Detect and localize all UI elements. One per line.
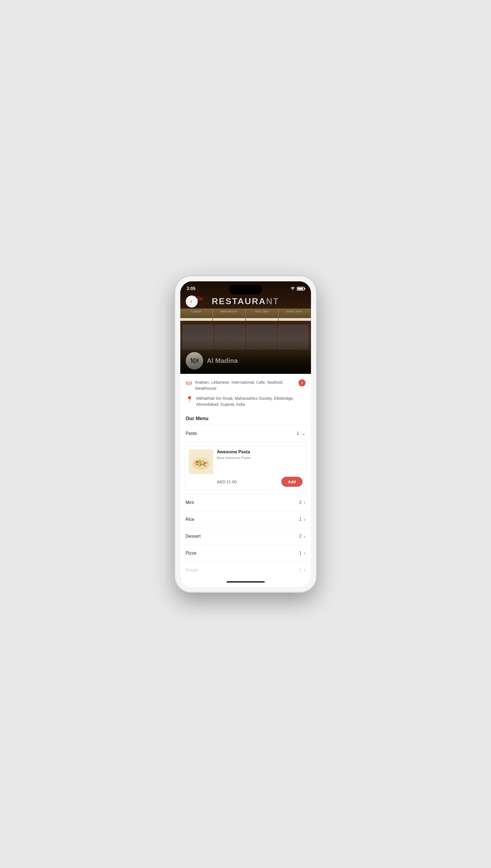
cuisine-text: Arabian, Lebanese, International, Cafe, … (195, 379, 295, 392)
add-to-cart-button[interactable]: Add (281, 477, 302, 487)
info-button[interactable]: i (298, 379, 306, 386)
hero-section: RESTAURANT Al Alin LUNCH BREAKFAST (180, 281, 311, 374)
home-indicator (180, 579, 311, 587)
dessert-chevron-icon: › (304, 534, 306, 539)
cuisine-row: 🍽 Arabian, Lebanese, International, Cafe… (186, 379, 306, 392)
home-bar (227, 581, 265, 583)
dessert-category-row[interactable]: Dessert 2 › (180, 528, 311, 545)
pizza-count: 1 (299, 551, 302, 556)
rice-category-name: Rice (186, 517, 195, 522)
item-bottom-row: AED 21.00 Add (189, 477, 302, 487)
status-icons (290, 286, 305, 291)
mint-category-row[interactable]: Mint 2 › (180, 494, 311, 511)
dessert-category-name: Dessert (186, 534, 201, 539)
pasta-right: 1 ⌄ (297, 431, 306, 436)
cuisine-icon: 🍽 (186, 380, 192, 387)
mint-category-right: 2 › (299, 500, 306, 505)
item-image (189, 450, 213, 474)
status-time: 3:05 (187, 286, 196, 291)
location-icon: 📍 (186, 396, 193, 403)
address-row: 📍 Mithakhali Six Road, Maharashtra Socie… (186, 395, 306, 408)
rice-category-row[interactable]: Rice 1 › (180, 511, 311, 528)
pasta-image-svg (189, 450, 213, 474)
burger-category-row[interactable]: Burger 1 › (180, 562, 311, 579)
dessert-category-right: 2 › (299, 534, 306, 539)
burger-category-right: 1 › (299, 567, 306, 573)
burger-count: 1 (299, 567, 302, 572)
svg-point-4 (203, 462, 205, 464)
item-top-row: Awesome Pasta Best Awesome Paste. (189, 450, 302, 474)
back-arrow-icon: ‹ (191, 299, 192, 304)
wifi-icon (290, 286, 295, 291)
address-text: Mithakhali Six Road, Maharashtra Society… (196, 395, 306, 408)
svg-point-3 (196, 461, 199, 463)
svg-point-7 (203, 464, 205, 465)
pizza-category-row[interactable]: Pizza 1 › (180, 545, 311, 562)
back-button[interactable]: ‹ (186, 296, 198, 308)
menu-header: Our Menu (180, 411, 311, 425)
volume-up-button[interactable] (174, 314, 175, 330)
rice-count: 1 (299, 517, 302, 522)
battery-icon (297, 287, 305, 290)
pizza-chevron-icon: › (304, 551, 306, 556)
rice-category-right: 1 › (299, 517, 306, 522)
info-icon: i (301, 381, 302, 385)
mint-category-name: Mint (186, 500, 194, 505)
phone-shell: 3:05 RESTAURANT (175, 276, 316, 592)
chevron-down-icon: ⌄ (301, 431, 306, 436)
pasta-category-header[interactable]: Pasta 1 ⌄ (180, 425, 311, 442)
rice-chevron-icon: › (304, 517, 306, 522)
mint-chevron-icon: › (304, 500, 306, 505)
dynamic-island (229, 285, 262, 294)
pizza-category-name: Pizza (186, 551, 196, 556)
item-name: Awesome Pasta (217, 450, 302, 455)
restaurant-image: RESTAURANT Al Alin LUNCH BREAKFAST (180, 281, 311, 374)
item-price: AED 21.00 (217, 479, 237, 484)
pasta-item-card: Awesome Pasta Best Awesome Paste. AED 21… (185, 445, 307, 491)
volume-down-button[interactable] (174, 336, 175, 352)
menu-section: Our Menu Pasta 1 ⌄ (180, 411, 311, 579)
item-description: Best Awesome Paste. (217, 456, 302, 460)
dessert-count: 2 (299, 534, 302, 539)
burger-category-name: Burger (186, 567, 199, 572)
power-button[interactable] (316, 325, 318, 349)
burger-chevron-icon: › (304, 567, 306, 573)
menu-title: Our Menu (186, 416, 209, 421)
item-details: Awesome Pasta Best Awesome Paste. (217, 450, 302, 460)
svg-point-5 (200, 464, 202, 465)
phone-screen: 3:05 RESTAURANT (180, 281, 311, 587)
pasta-count: 1 (297, 431, 299, 436)
info-section: 🍽 Arabian, Lebanese, International, Cafe… (180, 374, 311, 411)
pizza-category-right: 1 › (299, 551, 306, 556)
pasta-category-name: Pasta (186, 431, 197, 436)
svg-point-6 (198, 460, 201, 462)
mint-count: 2 (299, 500, 302, 505)
pasta-category-section: Pasta 1 ⌄ (180, 425, 311, 494)
